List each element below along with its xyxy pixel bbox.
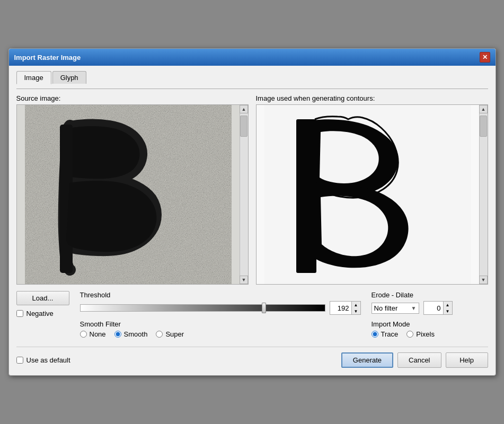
left-controls: Load... Negative bbox=[16, 291, 69, 317]
use-as-default-label[interactable]: Use as default bbox=[26, 356, 70, 364]
smooth-filter-label: Smooth Filter bbox=[80, 320, 361, 328]
contour-image-section: Image used when generating contours: bbox=[256, 94, 488, 285]
contour-scroll-down[interactable]: ▼ bbox=[479, 276, 488, 284]
title-bar: Import Raster Image ✕ bbox=[9, 49, 496, 66]
erode-dilate-spin-arrows: ▲ ▼ bbox=[443, 302, 452, 314]
erode-dilate-amount-input[interactable]: 0 bbox=[424, 303, 443, 313]
contour-image-scrollbar[interactable]: ▲ ▼ bbox=[479, 105, 488, 284]
contour-scroll-up[interactable]: ▲ bbox=[479, 105, 488, 113]
load-button[interactable]: Load... bbox=[16, 291, 69, 305]
negative-label[interactable]: Negative bbox=[26, 310, 54, 317]
help-button[interactable]: Help bbox=[446, 352, 488, 368]
source-image-label: Source image: bbox=[16, 94, 249, 102]
erode-dilate-label: Erode - Dilate bbox=[372, 291, 488, 299]
contour-image-canvas bbox=[257, 105, 479, 284]
erode-dilate-spin-up[interactable]: ▲ bbox=[444, 302, 452, 308]
right-controls: Erode - Dilate No filter ▼ 0 ▲ ▼ bbox=[372, 291, 488, 338]
import-mode-label: Import Mode bbox=[372, 320, 488, 328]
dialog-title: Import Raster Image bbox=[14, 54, 81, 61]
threshold-label: Threshold bbox=[80, 291, 361, 299]
contour-b-svg bbox=[264, 105, 471, 284]
import-mode-trace-radio[interactable] bbox=[372, 331, 378, 338]
source-b-svg bbox=[25, 105, 232, 284]
smooth-smooth-label: Smooth bbox=[124, 330, 148, 338]
smooth-smooth-radio[interactable] bbox=[114, 331, 121, 338]
use-as-default-checkbox[interactable] bbox=[16, 357, 23, 364]
smooth-smooth-option[interactable]: Smooth bbox=[114, 330, 148, 338]
erode-dilate-value: No filter bbox=[374, 304, 398, 312]
tab-image[interactable]: Image bbox=[16, 71, 51, 84]
footer: Use as default Generate Cancel Help bbox=[16, 347, 488, 368]
smooth-super-label: Super bbox=[165, 330, 184, 338]
source-image-scrollbar[interactable]: ▲ ▼ bbox=[240, 105, 248, 284]
source-image-section: Source image: bbox=[16, 94, 249, 285]
close-button[interactable]: ✕ bbox=[480, 52, 490, 63]
import-mode-trace-label: Trace bbox=[381, 330, 399, 338]
import-mode-pixels-option[interactable]: Pixels bbox=[406, 330, 435, 338]
source-scroll-down[interactable]: ▼ bbox=[240, 276, 248, 284]
import-mode-trace-option[interactable]: Trace bbox=[372, 330, 399, 338]
threshold-spin-up[interactable]: ▲ bbox=[352, 302, 360, 308]
erode-dilate-dropdown[interactable]: No filter ▼ bbox=[372, 303, 419, 314]
erode-dilate-row: No filter ▼ 0 ▲ ▼ bbox=[372, 301, 488, 315]
erode-dilate-section: Erode - Dilate No filter ▼ 0 ▲ ▼ bbox=[372, 291, 488, 315]
tab-glyph[interactable]: Glyph bbox=[52, 71, 86, 84]
threshold-slider-thumb[interactable] bbox=[262, 303, 266, 313]
footer-left: Use as default bbox=[16, 356, 70, 364]
threshold-section: Threshold 192 ▲ ▼ bbox=[80, 291, 361, 315]
dialog-body: Image Glyph Source image: bbox=[9, 66, 496, 375]
contour-image-label: Image used when generating contours: bbox=[256, 94, 488, 102]
images-row: Source image: bbox=[16, 94, 488, 285]
import-raster-image-dialog: Import Raster Image ✕ Image Glyph Source… bbox=[8, 48, 496, 376]
threshold-slider-container bbox=[80, 302, 325, 314]
smooth-super-radio[interactable] bbox=[156, 331, 163, 338]
contour-image-display bbox=[257, 105, 479, 284]
threshold-spin-arrows: ▲ ▼ bbox=[351, 302, 360, 314]
erode-dilate-spin-down[interactable]: ▼ bbox=[444, 308, 452, 314]
source-image-display bbox=[17, 105, 240, 284]
contour-image-container: ▲ ▼ bbox=[256, 104, 488, 285]
smooth-none-option[interactable]: None bbox=[80, 330, 106, 338]
negative-checkbox[interactable] bbox=[16, 310, 23, 317]
threshold-spinbox: 192 ▲ ▼ bbox=[330, 301, 361, 315]
smooth-super-option[interactable]: Super bbox=[156, 330, 184, 338]
import-mode-section: Import Mode Trace Pixels bbox=[372, 320, 488, 338]
dropdown-arrow-icon: ▼ bbox=[411, 305, 417, 311]
smooth-filter-radio-row: None Smooth Super bbox=[80, 330, 361, 338]
threshold-slider-track bbox=[80, 304, 325, 312]
import-mode-pixels-radio[interactable] bbox=[406, 331, 413, 338]
import-mode-pixels-label: Pixels bbox=[416, 330, 435, 338]
controls-row: Load... Negative Threshold bbox=[16, 291, 488, 338]
smooth-filter-section: Smooth Filter None Smooth Super bbox=[80, 320, 361, 338]
negative-row: Negative bbox=[16, 310, 69, 317]
threshold-value-input[interactable]: 192 bbox=[330, 303, 351, 313]
cancel-button[interactable]: Cancel bbox=[397, 352, 441, 368]
center-controls: Threshold 192 ▲ ▼ bbox=[80, 291, 361, 338]
source-scroll-thumb[interactable] bbox=[240, 116, 247, 137]
footer-right: Generate Cancel Help bbox=[341, 352, 488, 368]
tabs-container: Image Glyph bbox=[16, 71, 488, 84]
threshold-row: 192 ▲ ▼ bbox=[80, 301, 361, 315]
generate-button[interactable]: Generate bbox=[341, 352, 393, 368]
source-image-container: ▲ ▼ bbox=[16, 104, 249, 285]
threshold-spin-down[interactable]: ▼ bbox=[352, 308, 360, 314]
source-image-canvas bbox=[17, 105, 240, 284]
smooth-none-radio[interactable] bbox=[80, 331, 87, 338]
source-scroll-up[interactable]: ▲ bbox=[240, 105, 248, 113]
import-mode-radio-row: Trace Pixels bbox=[372, 330, 488, 338]
erode-dilate-spinbox: 0 ▲ ▼ bbox=[423, 301, 453, 315]
smooth-none-label: None bbox=[90, 330, 106, 338]
contour-scroll-thumb[interactable] bbox=[480, 116, 487, 137]
